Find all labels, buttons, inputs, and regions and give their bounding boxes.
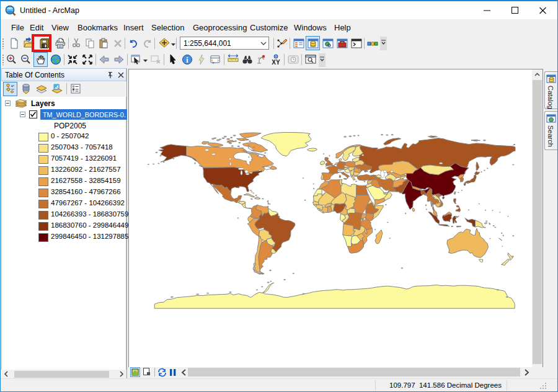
svg-text:XY: XY (272, 59, 280, 66)
svg-text:←: ← (257, 55, 262, 60)
